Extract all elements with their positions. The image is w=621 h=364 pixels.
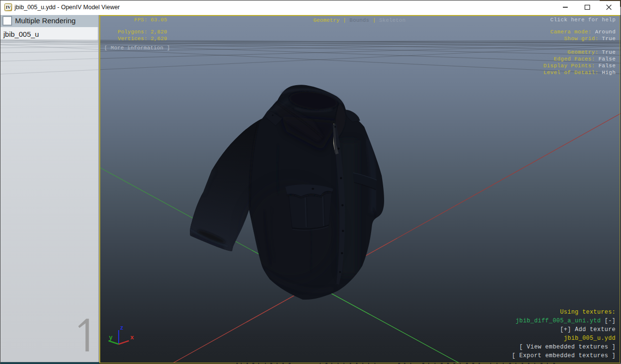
svg-text:z: z	[120, 324, 124, 331]
svg-text:IV: IV	[6, 5, 11, 10]
svg-text:y: y	[109, 334, 113, 341]
svg-text:x: x	[130, 334, 134, 341]
